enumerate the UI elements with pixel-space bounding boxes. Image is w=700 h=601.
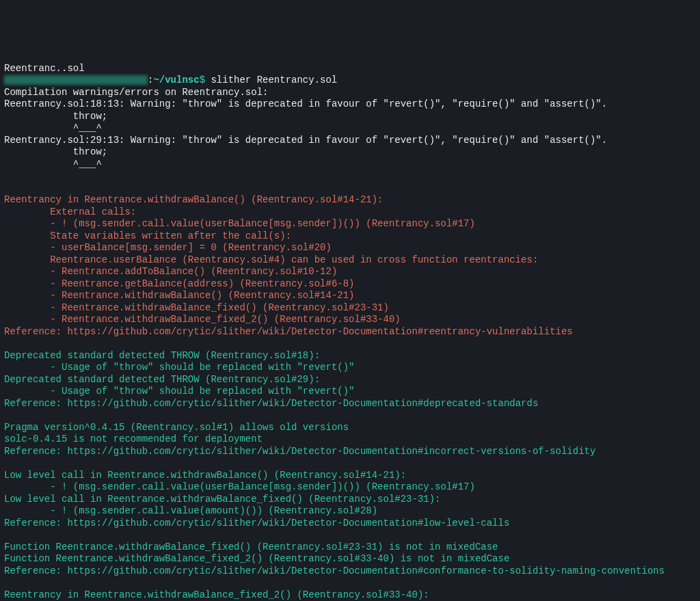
dep-l1: Deprecated standard detected THROW (Reen… [4,350,320,361]
mixedcase-block: Function Reentrance.withdrawBalance_fixe… [4,542,664,576]
throw-2: throw; [4,146,107,157]
throw-1: throw; [4,111,107,122]
top-line: Reentranc..sol [4,63,85,74]
dep-l2: - Usage of "throw" should be replaced wi… [4,362,354,373]
low-l2: - ! (msg.sender.call.value(userBalance[m… [4,481,475,492]
deprecated-block: Deprecated standard detected THROW (Reen… [4,350,538,409]
red-ref: Reference: https://github.com/crytic/sli… [4,326,573,337]
red-l4: State variables written after the call(s… [4,230,291,241]
prompt-dollar: $ [200,75,205,85]
r2-l1: Reentrancy in Reentrance.withdrawBalance… [4,589,429,600]
low-l1: Low level call in Reentrance.withdrawBal… [4,470,406,481]
warning-1: Reentrancy.sol:18:13: Warning: "throw" i… [4,98,607,109]
pragma-ref: Reference: https://github.com/crytic/sli… [4,446,595,457]
prompt-line[interactable]: :~/vulnsc$ slither Reentrancy.sol [4,75,337,85]
mixed-l1: Function Reentrance.withdrawBalance_fixe… [4,542,498,552]
dep-l3: Deprecated standard detected THROW (Reen… [4,374,320,385]
red-l10: - Reentrance.withdrawBalance_fixed() (Re… [4,302,389,313]
prompt-path: ~/vulnsc [153,75,199,85]
pragma-l2: solc-0.4.15 is not recommended for deplo… [4,433,262,444]
red-l8: - Reentrance.getBalance(address) (Reentr… [4,278,354,289]
lowlevel-block: Low level call in Reentrance.withdrawBal… [4,470,509,529]
warning-2: Reentrancy.sol:29:13: Warning: "throw" i… [4,135,607,146]
low-ref: Reference: https://github.com/crytic/sli… [4,518,509,529]
low-l3: Low level call in Reentrance.withdrawBal… [4,494,441,505]
compilation-header: Compilation warnings/errors on Reentranc… [4,87,268,98]
red-l2: External calls: [4,206,136,217]
pragma-block: Pragma version^0.4.15 (Reentrancy.sol#1)… [4,422,595,457]
reentrancy-block: Reentrancy in Reentrance.withdrawBalance… [4,194,573,337]
redacted-host [4,75,148,85]
mixed-l2: Function Reentrance.withdrawBalance_fixe… [4,553,509,564]
reentrancy2-block: Reentrancy in Reentrance.withdrawBalance… [4,589,584,602]
red-l5: - userBalance[msg.sender] = 0 (Reentranc… [4,242,332,253]
red-l11: - Reentrance.withdrawBalance_fixed_2() (… [4,314,401,325]
red-l3: - ! (msg.sender.call.value(userBalance[m… [4,218,475,229]
mixed-ref: Reference: https://github.com/crytic/sli… [4,565,664,576]
caret-1: ^___^ [4,122,102,133]
typed-command: slither Reentrancy.sol [211,75,337,85]
dep-ref: Reference: https://github.com/crytic/sli… [4,398,538,409]
caret-2: ^___^ [4,159,102,170]
red-l6: Reentrance.userBalance (Reentrancy.sol#4… [4,254,538,265]
pragma-l1: Pragma version^0.4.15 (Reentrancy.sol#1)… [4,422,349,433]
red-l7: - Reentrance.addToBalance() (Reentrancy.… [4,266,337,277]
terminal-output: Reentranc..sol :~/vulnsc$ slither Reentr… [4,51,696,601]
dep-l4: - Usage of "throw" should be replaced wi… [4,386,354,397]
low-l4: - ! (msg.sender.call.value(amount)()) (R… [4,505,377,516]
red-l9: - Reentrance.withdrawBalance() (Reentran… [4,290,354,301]
red-l1: Reentrancy in Reentrance.withdrawBalance… [4,194,383,205]
